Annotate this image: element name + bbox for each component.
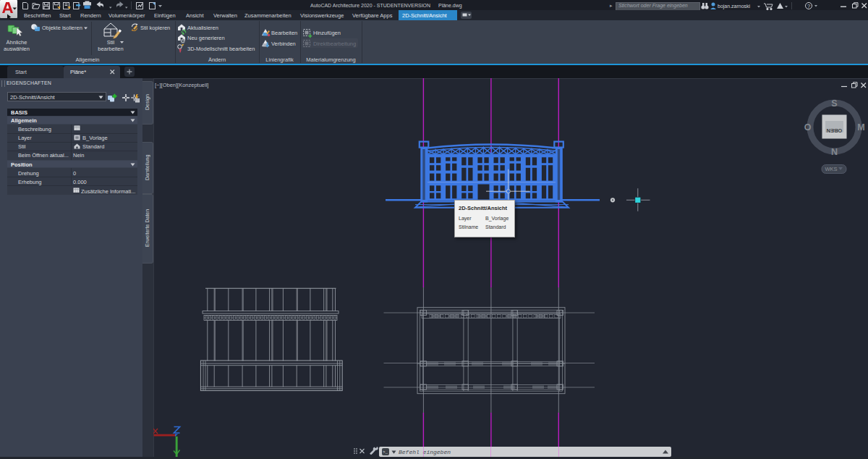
svg-text:S: S <box>831 98 837 109</box>
svg-text:M: M <box>857 122 864 132</box>
svg-text:OBEN: OBEN <box>827 127 843 134</box>
svg-text:?: ? <box>807 3 810 9</box>
svg-text:WKS: WKS <box>825 166 837 172</box>
svg-text:O: O <box>804 122 812 132</box>
svg-text:bojan.zarnoski: bojan.zarnoski <box>718 4 751 9</box>
svg-text:N: N <box>831 147 838 157</box>
